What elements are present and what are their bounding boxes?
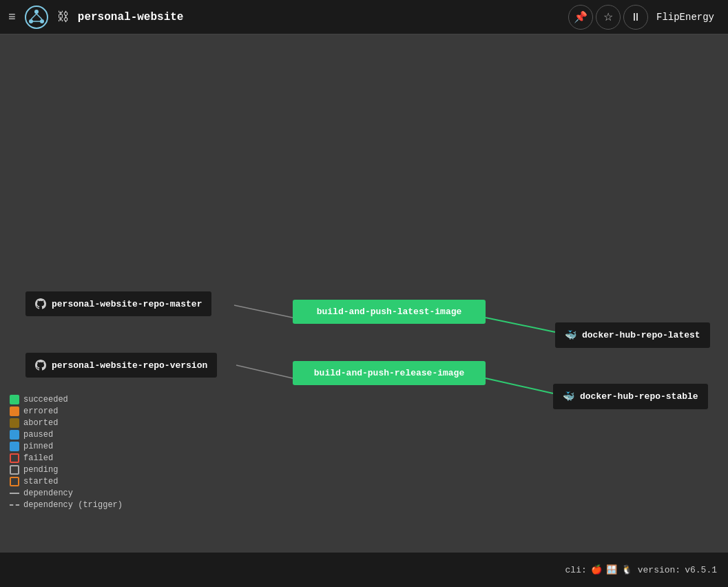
build-latest-node[interactable]: build-and-push-latest-image — [293, 300, 486, 324]
linux-icon[interactable]: 🐧 — [621, 564, 632, 575]
legend-succeeded-dot — [10, 395, 19, 404]
legend-succeeded: succeeded — [10, 395, 123, 404]
svg-line-5 — [37, 14, 42, 19]
github-icon — [35, 298, 46, 309]
cli-section: cli: 🍎 🪟 🐧 — [565, 564, 632, 575]
legend-pending-label: pending — [23, 465, 58, 475]
version-section: version: v6.5.1 — [638, 565, 717, 575]
svg-point-0 — [25, 6, 48, 28]
legend-area: succeeded errored aborted paused pinned … — [0, 387, 132, 518]
legend-dep-trigger-label: dependency (trigger) — [23, 500, 123, 510]
star-button[interactable]: ☆ — [596, 5, 621, 30]
menu-icon[interactable]: ≡ — [8, 10, 16, 24]
windows-icon[interactable]: 🪟 — [606, 564, 617, 575]
legend-pinned-label: pinned — [23, 442, 53, 451]
pipeline-canvas[interactable]: personal-website-repo-master personal-we… — [0, 34, 728, 553]
svg-line-10 — [486, 378, 553, 393]
github-icon-2 — [35, 360, 46, 371]
repo-version-label: personal-website-repo-version — [52, 360, 207, 371]
legend-dep-trigger-line — [10, 504, 19, 506]
legend-dependency-label: dependency — [23, 488, 73, 498]
bottom-bar: cli: 🍎 🪟 🐧 version: v6.5.1 — [0, 553, 728, 587]
svg-line-7 — [234, 305, 293, 318]
legend-started: started — [10, 477, 123, 486]
docker-stable-label: docker-hub-repo-stable — [580, 391, 698, 402]
pin-button[interactable]: 📌 — [568, 5, 593, 30]
svg-point-1 — [34, 10, 39, 14]
legend-errored-dot — [10, 406, 19, 416]
app-header: ≡ ⛓ personal-website 📌 ☆ ⏸ FlipEnergy — [0, 0, 728, 34]
logo-icon — [24, 5, 49, 30]
build-release-label: build-and-push-release-image — [314, 368, 464, 378]
legend-paused-dot — [10, 430, 19, 440]
docker-stable-node[interactable]: 🐳 docker-hub-repo-stable — [553, 384, 708, 409]
docker-icon-2: 🐳 — [563, 391, 574, 402]
legend-failed-label: failed — [23, 453, 53, 463]
repo-master-node[interactable]: personal-website-repo-master — [25, 291, 211, 316]
repo-master-label: personal-website-repo-master — [52, 299, 202, 309]
header-actions: 📌 ☆ ⏸ FlipEnergy — [568, 5, 720, 30]
cli-label: cli: — [565, 565, 587, 575]
legend-pending: pending — [10, 465, 123, 475]
legend-paused: paused — [10, 430, 123, 440]
repo-version-node[interactable]: personal-website-repo-version — [25, 353, 217, 378]
docker-icon: 🐳 — [565, 329, 576, 341]
legend-failed-dot — [10, 453, 19, 463]
build-latest-label: build-and-push-latest-image — [317, 307, 462, 317]
branch-icon: ⛓ — [57, 10, 70, 24]
legend-failed: failed — [10, 453, 123, 463]
legend-started-label: started — [23, 477, 58, 486]
apple-icon[interactable]: 🍎 — [591, 564, 602, 575]
legend-pinned-dot — [10, 442, 19, 451]
svg-line-8 — [486, 318, 555, 332]
legend-aborted-dot — [10, 418, 19, 428]
pause-button[interactable]: ⏸ — [623, 5, 648, 30]
legend-dependency-trigger: dependency (trigger) — [10, 500, 123, 510]
version-label: version: — [638, 565, 680, 575]
pipeline-title: personal-website — [78, 11, 560, 23]
legend-aborted: aborted — [10, 418, 123, 428]
legend-aborted-label: aborted — [23, 418, 58, 428]
legend-paused-label: paused — [23, 430, 53, 440]
legend-pending-dot — [10, 465, 19, 475]
build-release-node[interactable]: build-and-push-release-image — [293, 361, 486, 385]
docker-latest-label: docker-hub-repo-latest — [582, 330, 700, 340]
version-value: v6.5.1 — [685, 565, 717, 575]
legend-dependency: dependency — [10, 488, 123, 498]
docker-latest-node[interactable]: 🐳 docker-hub-repo-latest — [555, 322, 710, 348]
svg-line-9 — [236, 365, 293, 378]
legend-pinned: pinned — [10, 442, 123, 451]
legend-started-dot — [10, 477, 19, 486]
legend-dependency-line — [10, 493, 19, 494]
legend-errored: errored — [10, 406, 123, 416]
legend-errored-label: errored — [23, 406, 58, 416]
user-label: FlipEnergy — [651, 12, 720, 23]
legend-succeeded-label: succeeded — [23, 395, 68, 404]
svg-line-4 — [31, 14, 37, 19]
